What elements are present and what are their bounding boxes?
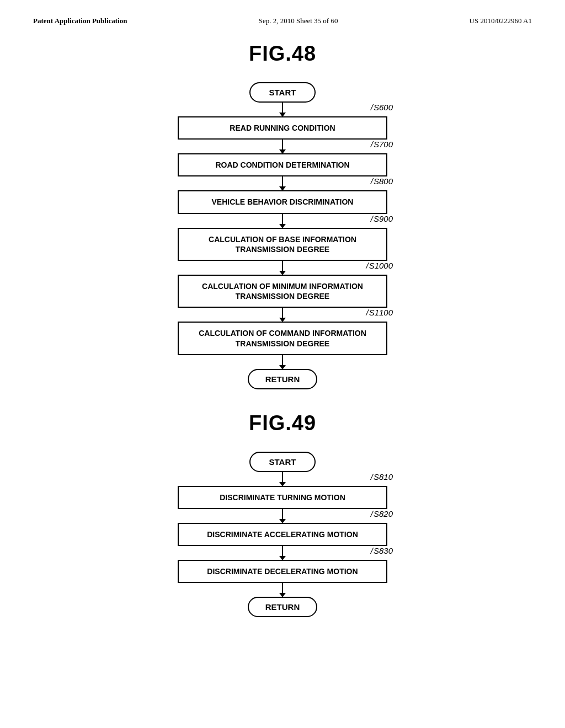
page-header: Patent Application Publication Sep. 2, 2… bbox=[33, 11, 532, 31]
rect-turning: DISCRIMINATE TURNING MOTION bbox=[178, 486, 387, 509]
rect-min-info: CALCULATION OF MINIMUM INFORMATIONTRANSM… bbox=[178, 275, 387, 308]
step-label-s810: S810 bbox=[371, 472, 393, 481]
arrow-s1000: S1000 bbox=[178, 261, 387, 275]
step-label-s820: S820 bbox=[371, 509, 393, 518]
flow-row-start48: START bbox=[33, 82, 532, 103]
return-oval-48: RETURN bbox=[248, 369, 318, 389]
step-label-s900: S900 bbox=[371, 214, 393, 223]
flow-row-start49: START bbox=[33, 452, 532, 472]
step-label-s1000: S1000 bbox=[366, 261, 393, 270]
arrow-s830: S830 bbox=[178, 546, 387, 560]
step-label-s1100: S1100 bbox=[366, 308, 393, 317]
arrow-to-return48 bbox=[178, 355, 387, 369]
step-label-s800: S800 bbox=[371, 176, 393, 186]
arrow-line-s600 bbox=[282, 103, 283, 116]
arrow-line-return49 bbox=[282, 583, 283, 597]
arrow-line-s900 bbox=[282, 214, 283, 228]
arrow-to-return49 bbox=[178, 583, 387, 597]
fig49-title: FIG.49 bbox=[33, 411, 532, 435]
flow-row-return48: RETURN bbox=[33, 369, 532, 389]
header-date-sheet: Sep. 2, 2010 Sheet 35 of 60 bbox=[259, 17, 338, 25]
rect-decelerating: DISCRIMINATE DECELERATING MOTION bbox=[178, 560, 387, 583]
arrow-s900: S900 bbox=[178, 214, 387, 228]
rect-read-running: READ RUNNING CONDITION bbox=[178, 116, 387, 140]
fig48-title: FIG.48 bbox=[33, 42, 532, 66]
rect-base-info: CALCULATION OF BASE INFORMATIONTRANSMISS… bbox=[178, 228, 387, 261]
rect-command-info: CALCULATION OF COMMAND INFORMATIONTRANSM… bbox=[178, 322, 387, 355]
arrow-line-s800 bbox=[282, 176, 283, 190]
return-oval-49: RETURN bbox=[248, 597, 318, 617]
arrow-s810: S810 bbox=[178, 472, 387, 486]
flow-row-return49: RETURN bbox=[33, 597, 532, 617]
arrow-line-return48 bbox=[282, 355, 283, 369]
arrow-line-s830 bbox=[282, 546, 283, 560]
arrow-line-s820 bbox=[282, 509, 283, 523]
step-label-s700: S700 bbox=[371, 140, 393, 149]
step-label-s830: S830 bbox=[371, 546, 393, 555]
arrow-line-s1100 bbox=[282, 308, 283, 322]
header-patent-number: US 2010/0222960 A1 bbox=[470, 17, 532, 25]
fig49-flowchart: START S810 DISCRIMINATE TURNING MOTION S… bbox=[33, 452, 532, 618]
arrow-s1100: S1100 bbox=[178, 308, 387, 322]
fig48-section: FIG.48 START S600 READ RUNNING CONDITION… bbox=[33, 42, 532, 389]
start-oval-49: START bbox=[249, 452, 316, 472]
header-publication: Patent Application Publication bbox=[33, 17, 127, 25]
fig49-section: FIG.49 START S810 DISCRIMINATE TURNING M… bbox=[33, 411, 532, 618]
arrow-s820: S820 bbox=[178, 509, 387, 523]
arrow-s700: S700 bbox=[178, 140, 387, 153]
start-oval-48: START bbox=[249, 82, 316, 103]
arrow-s600: S600 bbox=[178, 103, 387, 116]
rect-road-condition: ROAD CONDITION DETERMINATION bbox=[178, 153, 387, 176]
arrow-s800: S800 bbox=[178, 176, 387, 190]
rect-accelerating: DISCRIMINATE ACCELERATING MOTION bbox=[178, 523, 387, 546]
arrow-line-s700 bbox=[282, 140, 283, 153]
arrow-line-s810 bbox=[282, 472, 283, 486]
rect-vehicle-behavior: VEHICLE BEHAVIOR DISCRIMINATION bbox=[178, 190, 387, 213]
page: Patent Application Publication Sep. 2, 2… bbox=[0, 0, 565, 728]
fig48-flowchart: START S600 READ RUNNING CONDITION S700 R… bbox=[33, 82, 532, 389]
arrow-line-s1000 bbox=[282, 261, 283, 275]
step-label-s600: S600 bbox=[371, 103, 393, 112]
